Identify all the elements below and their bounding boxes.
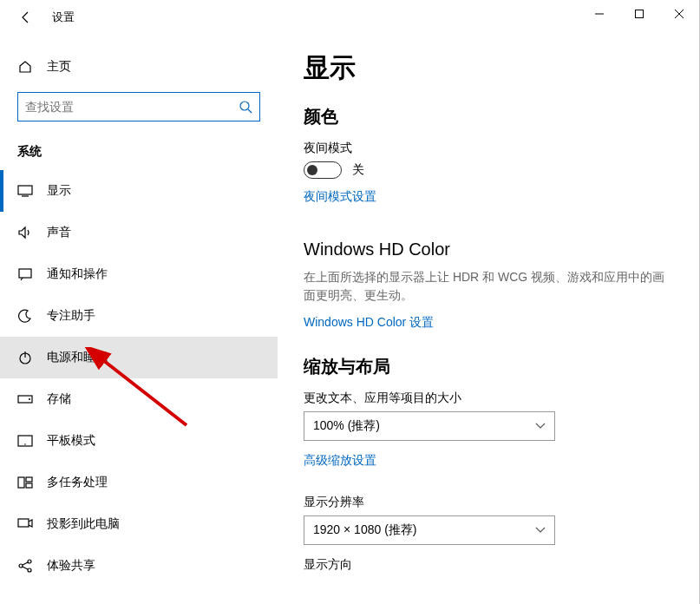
nav-list: 显示 声音 通知和操作 [0,170,278,587]
display-icon [17,185,33,197]
svg-rect-14 [26,477,32,482]
sidebar-item-label: 投影到此电脑 [47,516,120,532]
moon-icon [17,309,33,323]
project-icon [17,518,33,530]
search-box[interactable] [17,92,260,121]
sound-icon [17,226,33,240]
orientation-label: 显示方向 [304,557,673,573]
sidebar-item-label: 通知和操作 [47,266,108,282]
window-title: 设置 [52,10,75,25]
search-input[interactable] [25,100,239,114]
svg-rect-16 [18,519,29,527]
svg-point-2 [240,102,249,110]
resolution-label: 显示分辨率 [304,495,673,510]
svg-point-10 [29,398,30,400]
svg-point-18 [28,560,31,563]
sidebar-item-project[interactable]: 投影到此电脑 [0,503,278,545]
svg-line-21 [23,567,28,569]
chevron-down-icon [535,527,546,534]
minimize-button[interactable] [579,0,619,28]
sidebar-item-label: 存储 [47,391,71,407]
svg-rect-4 [18,186,32,194]
color-heading: 颜色 [304,105,673,128]
home-button[interactable]: 主页 [0,52,278,82]
search-icon [239,100,252,114]
sidebar-item-label: 显示 [47,183,71,199]
resolution-value: 1920 × 1080 (推荐) [313,522,416,538]
resolution-dropdown[interactable]: 1920 × 1080 (推荐) [304,515,555,545]
scale-dropdown[interactable]: 100% (推荐) [304,411,555,441]
sidebar-item-label: 多任务处理 [47,475,108,490]
sidebar-item-tablet[interactable]: 平板模式 [0,420,278,462]
advanced-scale-link[interactable]: 高级缩放设置 [304,453,376,469]
sidebar-item-label: 声音 [47,225,71,240]
svg-point-19 [28,568,31,572]
home-label: 主页 [47,59,71,75]
svg-line-3 [248,109,252,113]
svg-line-20 [23,562,28,565]
night-mode-toggle[interactable] [304,161,342,179]
sidebar-item-label: 专注助手 [47,308,95,324]
hd-color-heading: Windows HD Color [304,240,673,259]
content-pane: 显示 颜色 夜间模式 关 夜间模式设置 Windows HD Color 在上面… [278,35,699,604]
sidebar-item-label: 体验共享 [47,558,95,574]
night-mode-state: 关 [352,162,364,178]
svg-point-12 [24,443,26,445]
scale-heading: 缩放与布局 [304,355,673,378]
hd-color-description: 在上面所选择的显示器上让 HDR 和 WCG 视频、游戏和应用中的画面更明亮、更… [304,268,673,305]
chevron-down-icon [535,423,546,430]
svg-rect-1 [636,10,644,18]
back-button[interactable] [17,10,35,24]
sidebar-item-notifications[interactable]: 通知和操作 [0,253,278,295]
sidebar-item-label: 电源和睡眠 [47,350,108,365]
sidebar-item-sound[interactable]: 声音 [0,212,278,253]
home-icon [17,59,33,75]
tablet-icon [17,435,33,447]
sidebar-item-multitask[interactable]: 多任务处理 [0,462,278,503]
night-mode-label: 夜间模式 [304,141,673,156]
notifications-icon [17,267,33,281]
sidebar: 主页 系统 显示 [0,35,278,604]
scale-value: 100% (推荐) [313,418,380,434]
sidebar-item-label: 平板模式 [47,433,95,449]
sidebar-item-power[interactable]: 电源和睡眠 [0,337,278,378]
sidebar-item-focus[interactable]: 专注助手 [0,295,278,337]
maximize-button[interactable] [619,0,659,28]
close-button[interactable] [659,0,699,28]
power-icon [17,351,33,364]
sidebar-item-display[interactable]: 显示 [0,170,278,212]
night-mode-settings-link[interactable]: 夜间模式设置 [304,189,376,205]
svg-rect-13 [18,477,24,488]
sidebar-item-share[interactable]: 体验共享 [0,545,278,587]
svg-point-17 [19,564,23,568]
hd-color-settings-link[interactable]: Windows HD Color 设置 [304,315,434,331]
sidebar-item-storage[interactable]: 存储 [0,378,278,420]
svg-rect-15 [26,483,32,488]
toggle-knob [307,165,317,175]
section-label: 系统 [0,137,278,170]
svg-rect-6 [19,269,31,278]
storage-icon [17,394,33,404]
titlebar: 设置 [0,0,699,35]
scale-label: 更改文本、应用等项目的大小 [304,391,673,406]
share-icon [17,559,33,573]
multitask-icon [17,476,33,489]
page-title: 显示 [304,50,673,86]
